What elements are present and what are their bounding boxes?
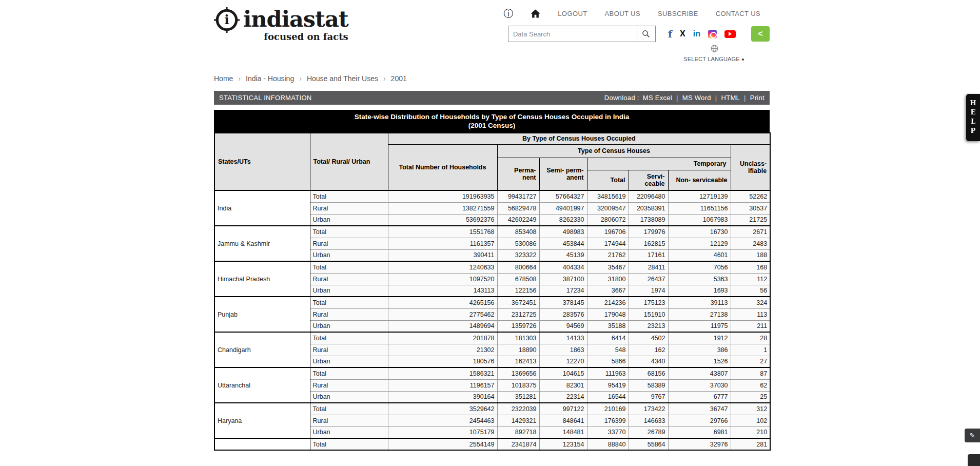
indiastat-logo[interactable]: i indiastat focused on facts bbox=[214, 7, 348, 62]
edit-widget[interactable]: ✎ bbox=[965, 429, 980, 442]
breadcrumb-separator: › bbox=[238, 74, 241, 83]
breadcrumb-item[interactable]: Home bbox=[214, 74, 233, 83]
breadcrumb-item[interactable]: 2001 bbox=[391, 74, 407, 83]
value-cell: 323322 bbox=[497, 249, 539, 261]
x-twitter-icon[interactable]: X bbox=[680, 29, 685, 38]
help-tab[interactable]: HELP bbox=[966, 94, 980, 141]
value-cell: 12270 bbox=[539, 356, 587, 367]
value-cell: 122156 bbox=[497, 285, 539, 297]
area-type-cell: Rural bbox=[310, 379, 388, 391]
youtube-icon[interactable] bbox=[724, 30, 736, 38]
value-cell: 168 bbox=[731, 261, 770, 273]
table-body: IndiaTotal191963935994317275766432734815… bbox=[214, 190, 770, 450]
area-type-cell: Rural bbox=[310, 415, 388, 426]
nav-link-about-us[interactable]: ABOUT US bbox=[605, 10, 640, 17]
value-cell: 1240633 bbox=[388, 261, 497, 273]
home-icon[interactable] bbox=[531, 9, 540, 18]
table-row: HaryanaTotal3529642232203999712221016917… bbox=[214, 403, 770, 415]
language-selector[interactable]: SELECT LANGUAGE▼ bbox=[683, 45, 745, 62]
value-cell: 35188 bbox=[587, 320, 629, 332]
area-type-cell: Total bbox=[310, 190, 388, 202]
value-cell: 1586321 bbox=[388, 367, 497, 379]
col-group-by-type-occupied: By Type of Census Houses Occupied bbox=[388, 133, 770, 144]
value-cell: 162 bbox=[629, 344, 668, 356]
value-cell: 27138 bbox=[668, 308, 731, 320]
value-cell: 16730 bbox=[668, 226, 731, 238]
value-cell: 5866 bbox=[587, 356, 629, 367]
instagram-icon[interactable] bbox=[708, 30, 717, 38]
value-cell: 20358391 bbox=[629, 202, 668, 214]
table-title: State-wise Distribution of Households by… bbox=[214, 110, 770, 132]
area-type-cell: Total bbox=[310, 226, 388, 238]
value-cell: 1738089 bbox=[629, 214, 668, 226]
breadcrumb-item[interactable]: House and Their Uses bbox=[307, 74, 378, 83]
col-group-type-of-houses: Type of Census Houses bbox=[497, 144, 731, 158]
value-cell: 62 bbox=[731, 379, 770, 391]
value-cell: 201878 bbox=[388, 332, 497, 344]
value-cell: 56 bbox=[731, 285, 770, 297]
download-format-print[interactable]: Print bbox=[750, 94, 765, 102]
value-cell: 174944 bbox=[587, 238, 629, 249]
social-links: f X in bbox=[668, 28, 736, 40]
logo-target-i-icon: i bbox=[214, 7, 240, 35]
area-type-cell: Rural bbox=[310, 238, 388, 249]
table-row: Total25541492341874123154888405586432976… bbox=[214, 438, 770, 450]
download-label: Download : bbox=[604, 94, 639, 102]
download-format-ms-word[interactable]: MS Word bbox=[682, 94, 711, 102]
col-header-states: States/UTs bbox=[214, 133, 310, 190]
nav-link-subscribe[interactable]: SUBSCRIBE bbox=[658, 10, 698, 17]
download-format-html[interactable]: HTML bbox=[721, 94, 740, 102]
value-cell: 7056 bbox=[668, 261, 731, 273]
value-cell: 188 bbox=[731, 249, 770, 261]
area-type-cell: Urban bbox=[310, 249, 388, 261]
value-cell: 179048 bbox=[587, 308, 629, 320]
info-icon[interactable]: ⓘ bbox=[503, 9, 513, 18]
value-cell: 1097520 bbox=[388, 273, 497, 285]
table-title-line2: (2001 Census) bbox=[214, 121, 770, 130]
table-row: PunjabTotal42651563672451378145214236175… bbox=[214, 297, 770, 308]
value-cell: 6981 bbox=[668, 426, 731, 438]
value-cell: 548 bbox=[587, 344, 629, 356]
value-cell: 123154 bbox=[539, 438, 587, 450]
area-type-cell: Total bbox=[310, 403, 388, 415]
search-button[interactable] bbox=[637, 26, 656, 42]
value-cell: 3529642 bbox=[388, 403, 497, 415]
area-type-cell: Total bbox=[310, 297, 388, 308]
value-cell: 55864 bbox=[629, 438, 668, 450]
value-cell: 1429321 bbox=[497, 415, 539, 426]
corner-widget[interactable] bbox=[968, 454, 980, 466]
linkedin-icon[interactable]: in bbox=[693, 29, 700, 38]
value-cell: 21302 bbox=[388, 344, 497, 356]
value-cell: 1693 bbox=[668, 285, 731, 297]
col-header-non-serviceable: Non- serviceable bbox=[668, 170, 731, 190]
value-cell: 162815 bbox=[629, 238, 668, 249]
value-cell: 1359726 bbox=[497, 320, 539, 332]
value-cell: 176399 bbox=[587, 415, 629, 426]
value-cell: 4265156 bbox=[388, 297, 497, 308]
value-cell: 26437 bbox=[629, 273, 668, 285]
share-button[interactable]: < bbox=[751, 26, 770, 42]
top-nav: ⓘ LOGOUTABOUT USSUBSCRIBECONTACT US bbox=[503, 7, 760, 20]
search-input[interactable] bbox=[508, 26, 637, 42]
value-cell: 387100 bbox=[539, 273, 587, 285]
area-type-cell: Urban bbox=[310, 320, 388, 332]
value-cell: 39113 bbox=[668, 297, 731, 308]
facebook-icon[interactable]: f bbox=[668, 28, 672, 40]
value-cell: 1196157 bbox=[388, 379, 497, 391]
value-cell: 37030 bbox=[668, 379, 731, 391]
value-cell: 12129 bbox=[668, 238, 731, 249]
value-cell: 2806072 bbox=[587, 214, 629, 226]
value-cell: 3667 bbox=[587, 285, 629, 297]
state-name-cell: Punjab bbox=[214, 297, 310, 332]
area-type-cell: Urban bbox=[310, 356, 388, 367]
header-right: ⓘ LOGOUTABOUT USSUBSCRIBECONTACT US bbox=[503, 7, 770, 62]
download-format-ms-excel[interactable]: MS Excel bbox=[643, 94, 672, 102]
value-cell: 1974 bbox=[629, 285, 668, 297]
area-type-cell: Rural bbox=[310, 344, 388, 356]
value-cell: 2341874 bbox=[497, 438, 539, 450]
nav-link-contact-us[interactable]: CONTACT US bbox=[716, 10, 760, 17]
breadcrumb-item[interactable]: India - Housing bbox=[246, 74, 294, 83]
value-cell: 17161 bbox=[629, 249, 668, 261]
value-cell: 2322039 bbox=[497, 403, 539, 415]
nav-link-logout[interactable]: LOGOUT bbox=[558, 10, 587, 17]
